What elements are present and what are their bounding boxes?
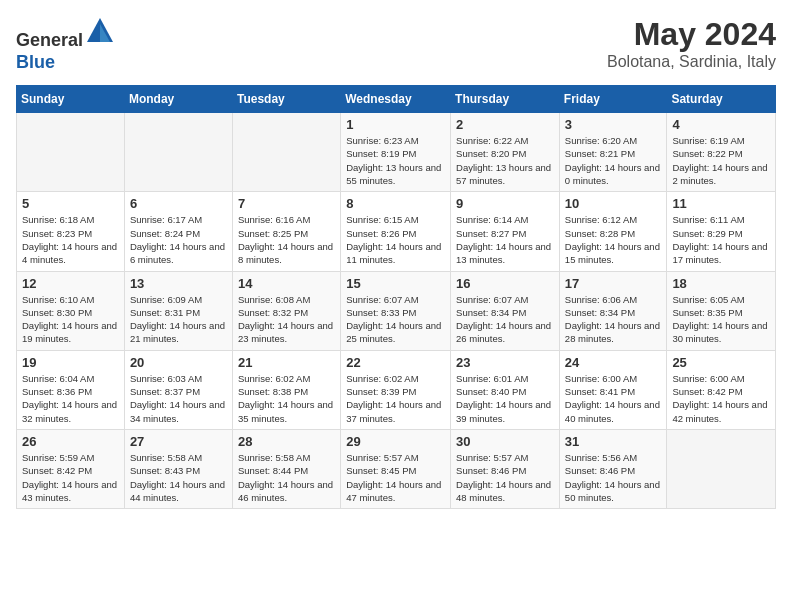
day-info: Sunrise: 6:19 AMSunset: 8:22 PMDaylight:…: [672, 134, 770, 187]
day-header-thursday: Thursday: [451, 86, 560, 113]
day-info: Sunrise: 6:00 AMSunset: 8:41 PMDaylight:…: [565, 372, 662, 425]
calendar-cell: 31Sunrise: 5:56 AMSunset: 8:46 PMDayligh…: [559, 429, 667, 508]
calendar-cell: 12Sunrise: 6:10 AMSunset: 8:30 PMDayligh…: [17, 271, 125, 350]
day-number: 26: [22, 434, 119, 449]
calendar-table: SundayMondayTuesdayWednesdayThursdayFrid…: [16, 85, 776, 509]
day-info: Sunrise: 6:02 AMSunset: 8:39 PMDaylight:…: [346, 372, 445, 425]
calendar-cell: 2Sunrise: 6:22 AMSunset: 8:20 PMDaylight…: [451, 113, 560, 192]
day-info: Sunrise: 6:14 AMSunset: 8:27 PMDaylight:…: [456, 213, 554, 266]
day-header-friday: Friday: [559, 86, 667, 113]
calendar-cell: 5Sunrise: 6:18 AMSunset: 8:23 PMDaylight…: [17, 192, 125, 271]
day-number: 18: [672, 276, 770, 291]
day-number: 6: [130, 196, 227, 211]
calendar-cell: 4Sunrise: 6:19 AMSunset: 8:22 PMDaylight…: [667, 113, 776, 192]
calendar-cell: 11Sunrise: 6:11 AMSunset: 8:29 PMDayligh…: [667, 192, 776, 271]
day-number: 31: [565, 434, 662, 449]
day-info: Sunrise: 6:07 AMSunset: 8:34 PMDaylight:…: [456, 293, 554, 346]
day-info: Sunrise: 5:57 AMSunset: 8:46 PMDaylight:…: [456, 451, 554, 504]
day-info: Sunrise: 6:07 AMSunset: 8:33 PMDaylight:…: [346, 293, 445, 346]
day-number: 30: [456, 434, 554, 449]
calendar-cell: [232, 113, 340, 192]
calendar-cell: [17, 113, 125, 192]
calendar-week-5: 26Sunrise: 5:59 AMSunset: 8:42 PMDayligh…: [17, 429, 776, 508]
calendar-header-row: SundayMondayTuesdayWednesdayThursdayFrid…: [17, 86, 776, 113]
calendar-week-2: 5Sunrise: 6:18 AMSunset: 8:23 PMDaylight…: [17, 192, 776, 271]
day-info: Sunrise: 6:12 AMSunset: 8:28 PMDaylight:…: [565, 213, 662, 266]
logo-icon: [85, 16, 115, 46]
day-info: Sunrise: 6:06 AMSunset: 8:34 PMDaylight:…: [565, 293, 662, 346]
calendar-cell: 28Sunrise: 5:58 AMSunset: 8:44 PMDayligh…: [232, 429, 340, 508]
day-number: 25: [672, 355, 770, 370]
calendar-cell: 29Sunrise: 5:57 AMSunset: 8:45 PMDayligh…: [341, 429, 451, 508]
calendar-cell: 26Sunrise: 5:59 AMSunset: 8:42 PMDayligh…: [17, 429, 125, 508]
calendar-cell: 19Sunrise: 6:04 AMSunset: 8:36 PMDayligh…: [17, 350, 125, 429]
day-number: 2: [456, 117, 554, 132]
day-info: Sunrise: 6:05 AMSunset: 8:35 PMDaylight:…: [672, 293, 770, 346]
day-header-sunday: Sunday: [17, 86, 125, 113]
calendar-cell: 8Sunrise: 6:15 AMSunset: 8:26 PMDaylight…: [341, 192, 451, 271]
title-block: May 2024 Bolotana, Sardinia, Italy: [607, 16, 776, 71]
day-number: 27: [130, 434, 227, 449]
day-info: Sunrise: 5:58 AMSunset: 8:44 PMDaylight:…: [238, 451, 335, 504]
day-number: 3: [565, 117, 662, 132]
calendar-cell: [667, 429, 776, 508]
day-number: 13: [130, 276, 227, 291]
calendar-week-3: 12Sunrise: 6:10 AMSunset: 8:30 PMDayligh…: [17, 271, 776, 350]
day-number: 9: [456, 196, 554, 211]
location: Bolotana, Sardinia, Italy: [607, 53, 776, 71]
day-info: Sunrise: 6:15 AMSunset: 8:26 PMDaylight:…: [346, 213, 445, 266]
day-header-wednesday: Wednesday: [341, 86, 451, 113]
calendar-cell: 9Sunrise: 6:14 AMSunset: 8:27 PMDaylight…: [451, 192, 560, 271]
day-number: 22: [346, 355, 445, 370]
day-number: 1: [346, 117, 445, 132]
day-info: Sunrise: 6:23 AMSunset: 8:19 PMDaylight:…: [346, 134, 445, 187]
day-info: Sunrise: 6:17 AMSunset: 8:24 PMDaylight:…: [130, 213, 227, 266]
day-info: Sunrise: 6:08 AMSunset: 8:32 PMDaylight:…: [238, 293, 335, 346]
day-number: 23: [456, 355, 554, 370]
day-info: Sunrise: 6:18 AMSunset: 8:23 PMDaylight:…: [22, 213, 119, 266]
day-number: 15: [346, 276, 445, 291]
day-number: 14: [238, 276, 335, 291]
day-header-monday: Monday: [124, 86, 232, 113]
calendar-cell: 25Sunrise: 6:00 AMSunset: 8:42 PMDayligh…: [667, 350, 776, 429]
day-number: 8: [346, 196, 445, 211]
day-number: 29: [346, 434, 445, 449]
calendar-cell: 30Sunrise: 5:57 AMSunset: 8:46 PMDayligh…: [451, 429, 560, 508]
day-info: Sunrise: 6:00 AMSunset: 8:42 PMDaylight:…: [672, 372, 770, 425]
day-info: Sunrise: 5:59 AMSunset: 8:42 PMDaylight:…: [22, 451, 119, 504]
day-header-saturday: Saturday: [667, 86, 776, 113]
calendar-cell: 15Sunrise: 6:07 AMSunset: 8:33 PMDayligh…: [341, 271, 451, 350]
calendar-cell: 10Sunrise: 6:12 AMSunset: 8:28 PMDayligh…: [559, 192, 667, 271]
day-info: Sunrise: 5:57 AMSunset: 8:45 PMDaylight:…: [346, 451, 445, 504]
calendar-cell: 22Sunrise: 6:02 AMSunset: 8:39 PMDayligh…: [341, 350, 451, 429]
day-info: Sunrise: 6:22 AMSunset: 8:20 PMDaylight:…: [456, 134, 554, 187]
calendar-cell: 16Sunrise: 6:07 AMSunset: 8:34 PMDayligh…: [451, 271, 560, 350]
day-info: Sunrise: 5:58 AMSunset: 8:43 PMDaylight:…: [130, 451, 227, 504]
calendar-cell: 18Sunrise: 6:05 AMSunset: 8:35 PMDayligh…: [667, 271, 776, 350]
day-info: Sunrise: 5:56 AMSunset: 8:46 PMDaylight:…: [565, 451, 662, 504]
day-number: 24: [565, 355, 662, 370]
logo-general: General: [16, 30, 83, 50]
day-number: 28: [238, 434, 335, 449]
day-number: 16: [456, 276, 554, 291]
day-info: Sunrise: 6:02 AMSunset: 8:38 PMDaylight:…: [238, 372, 335, 425]
day-number: 5: [22, 196, 119, 211]
day-number: 20: [130, 355, 227, 370]
day-info: Sunrise: 6:10 AMSunset: 8:30 PMDaylight:…: [22, 293, 119, 346]
calendar-cell: 14Sunrise: 6:08 AMSunset: 8:32 PMDayligh…: [232, 271, 340, 350]
day-info: Sunrise: 6:11 AMSunset: 8:29 PMDaylight:…: [672, 213, 770, 266]
calendar-cell: 3Sunrise: 6:20 AMSunset: 8:21 PMDaylight…: [559, 113, 667, 192]
calendar-cell: 27Sunrise: 5:58 AMSunset: 8:43 PMDayligh…: [124, 429, 232, 508]
calendar-cell: 20Sunrise: 6:03 AMSunset: 8:37 PMDayligh…: [124, 350, 232, 429]
day-number: 4: [672, 117, 770, 132]
day-info: Sunrise: 6:20 AMSunset: 8:21 PMDaylight:…: [565, 134, 662, 187]
day-number: 12: [22, 276, 119, 291]
day-number: 11: [672, 196, 770, 211]
logo: General Blue: [16, 16, 115, 73]
day-number: 19: [22, 355, 119, 370]
day-number: 17: [565, 276, 662, 291]
day-info: Sunrise: 6:16 AMSunset: 8:25 PMDaylight:…: [238, 213, 335, 266]
day-info: Sunrise: 6:09 AMSunset: 8:31 PMDaylight:…: [130, 293, 227, 346]
svg-marker-1: [100, 24, 110, 42]
calendar-cell: 21Sunrise: 6:02 AMSunset: 8:38 PMDayligh…: [232, 350, 340, 429]
